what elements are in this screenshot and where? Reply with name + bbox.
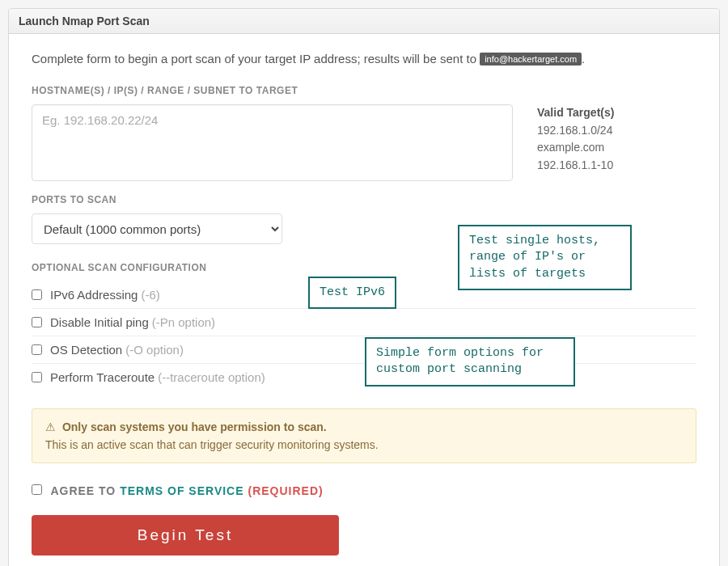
- permission-warning: ⚠ Only scan systems you have permission …: [32, 408, 696, 463]
- targets-label: HOSTNAME(S) / IP(S) / RANGE / SUBNET TO …: [32, 85, 696, 96]
- agree-label: AGREE TO: [50, 484, 120, 497]
- begin-test-button[interactable]: Begin Test: [32, 515, 339, 555]
- option-disable-ping-checkbox[interactable]: [32, 317, 42, 327]
- annotation-targets: Test single hosts, range of IP's or list…: [458, 225, 632, 290]
- option-traceroute-checkbox[interactable]: [32, 372, 42, 382]
- option-ipv6-checkbox[interactable]: [32, 289, 42, 300]
- targets-input[interactable]: [32, 104, 513, 181]
- option-label: IPv6 Addressing: [50, 288, 138, 302]
- option-os-detection[interactable]: OS Detection (-O option): [32, 336, 696, 363]
- intro-after: .: [582, 52, 585, 65]
- option-hint: (-Pn option): [152, 315, 215, 329]
- annotation-ipv6: Test IPv6: [308, 277, 396, 309]
- ports-select[interactable]: Default (1000 common ports): [32, 213, 282, 244]
- option-hint: (-6): [141, 288, 159, 302]
- valid-target-example: 192.168.1.0/24: [537, 122, 614, 140]
- option-hint: (--traceroute option): [158, 370, 265, 384]
- valid-target-example: 192.168.1.1-10: [537, 157, 614, 175]
- ports-label: PORTS TO SCAN: [32, 194, 696, 205]
- option-disable-ping[interactable]: Disable Initial ping (-Pn option): [32, 308, 696, 336]
- form-body: Complete form to begin a port scan of yo…: [9, 34, 719, 566]
- option-label: OS Detection: [50, 343, 122, 357]
- window-title: Launch Nmap Port Scan: [9, 9, 719, 34]
- tos-link[interactable]: TERMS OF SERVICE: [120, 484, 243, 497]
- scan-form-window: Launch Nmap Port Scan Complete form to b…: [8, 8, 720, 566]
- valid-targets-title: Valid Target(s): [537, 104, 614, 122]
- option-label: Perform Traceroute: [50, 370, 154, 384]
- warning-title: Only scan systems you have permission to…: [62, 420, 327, 433]
- intro-before: Complete form to begin a port scan of yo…: [32, 52, 480, 65]
- intro-text: Complete form to begin a port scan of yo…: [32, 52, 696, 65]
- warning-body: This is an active scan that can trigger …: [45, 438, 683, 451]
- option-traceroute[interactable]: Perform Traceroute (--traceroute option): [32, 363, 696, 391]
- option-hint: (-O option): [125, 343, 184, 357]
- agree-row: AGREE TO TERMS OF SERVICE (REQUIRED): [32, 484, 696, 497]
- agree-checkbox[interactable]: [32, 484, 42, 495]
- valid-target-example: example.com: [537, 139, 614, 157]
- valid-targets-panel: Valid Target(s) 192.168.1.0/24 example.c…: [537, 104, 614, 181]
- option-os-detection-checkbox[interactable]: [32, 344, 42, 355]
- warning-icon: ⚠: [45, 420, 56, 433]
- annotation-options: Simple form options for custom port scan…: [365, 337, 575, 386]
- option-label: Disable Initial ping: [50, 315, 149, 329]
- required-label: (REQUIRED): [248, 484, 323, 497]
- email-badge: info@hackertarget.com: [480, 53, 582, 65]
